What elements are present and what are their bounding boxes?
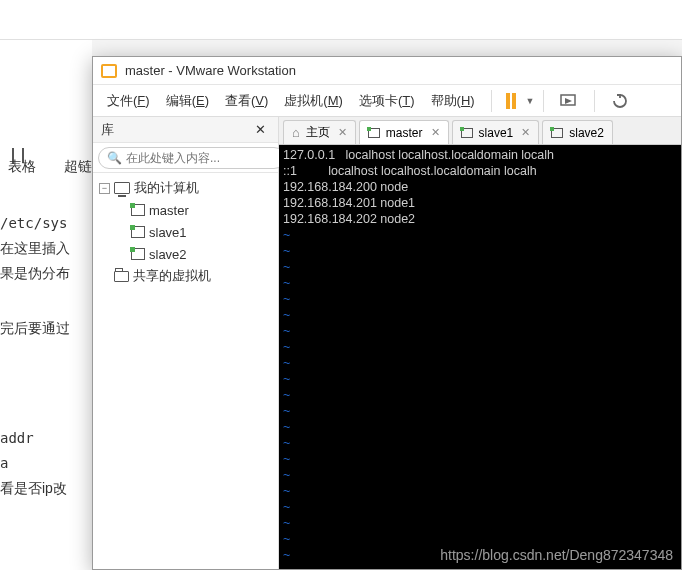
terminal-line: 127.0.0.1 localhost localhost.localdomai… (283, 148, 554, 162)
tree-node-slave1[interactable]: slave1 (93, 221, 278, 243)
vm-icon (551, 128, 563, 138)
menubar: 文件(F) 编辑(E) 查看(V) 虚拟机(M) 选项卡(T) 帮助(H) ▼ (93, 85, 681, 117)
menu-view[interactable]: 查看(V) (217, 88, 276, 114)
terminal-line: 192.168.184.202 node2 (283, 212, 415, 226)
close-icon[interactable]: ✕ (521, 126, 530, 139)
tilde-line: ~ (283, 404, 290, 418)
bg-text-line: 果是伪分布 (0, 265, 70, 283)
tree-label: 共享的虚拟机 (133, 267, 211, 285)
menu-vm[interactable]: 虚拟机(M) (276, 88, 351, 114)
titlebar[interactable]: master - VMware Workstation (93, 57, 681, 85)
sidebar-header: 库 ✕ (93, 117, 278, 143)
tilde-line: ~ (283, 548, 290, 562)
tab-bar: ⌂ 主页 ✕ master ✕ slave1 ✕ slave2 (279, 117, 681, 145)
vm-icon (461, 128, 473, 138)
separator (543, 90, 544, 112)
bg-label-cross: 超链 (64, 158, 92, 176)
bg-text-line: 在这里插入 (0, 240, 70, 258)
window-title: master - VMware Workstation (125, 63, 296, 78)
terminal-line: ::1 localhost localhost.localdomain loca… (283, 164, 537, 178)
monitor-icon (114, 182, 130, 194)
vm-icon (368, 128, 380, 138)
send-icon[interactable] (560, 93, 578, 109)
tab-home[interactable]: ⌂ 主页 ✕ (283, 120, 356, 144)
terminal[interactable]: 127.0.0.1 localhost localhost.localdomai… (279, 145, 681, 569)
search-input[interactable] (126, 151, 276, 165)
separator (491, 90, 492, 112)
menu-help[interactable]: 帮助(H) (423, 88, 483, 114)
tilde-line: ~ (283, 228, 290, 242)
vm-icon (131, 226, 145, 238)
menu-edit[interactable]: 编辑(E) (158, 88, 217, 114)
tilde-line: ~ (283, 516, 290, 530)
tab-label: 主页 (306, 124, 330, 141)
tilde-line: ~ (283, 372, 290, 386)
tree-label: master (149, 203, 189, 218)
close-icon[interactable]: ✕ (338, 126, 347, 139)
close-icon[interactable]: ✕ (431, 126, 440, 139)
terminal-line: 192.168.184.201 node1 (283, 196, 415, 210)
tab-label: master (386, 126, 423, 140)
menu-tabs[interactable]: 选项卡(T) (351, 88, 423, 114)
pause-button[interactable] (500, 89, 522, 113)
content-area: ⌂ 主页 ✕ master ✕ slave1 ✕ slave2 (279, 117, 681, 569)
close-icon[interactable]: ✕ (251, 122, 270, 137)
separator (594, 90, 595, 112)
bg-label-tables: 表格 (8, 158, 36, 176)
tilde-line: ~ (283, 356, 290, 370)
tilde-line: ~ (283, 420, 290, 434)
bg-text-line: 完后要通过 (0, 320, 70, 338)
tilde-line: ~ (283, 452, 290, 466)
tree-label: 我的计算机 (134, 179, 199, 197)
tab-label: slave2 (569, 126, 604, 140)
bg-text-line: addr (0, 430, 34, 446)
watermark: https://blog.csdn.net/Deng872347348 (440, 547, 673, 563)
tilde-line: ~ (283, 324, 290, 338)
refresh-icon[interactable] (611, 93, 629, 109)
search-row: 🔍 ▾ (93, 143, 278, 173)
tilde-line: ~ (283, 532, 290, 546)
sidebar: 库 ✕ 🔍 ▾ − 我的计算机 master (93, 117, 279, 569)
tree-node-shared[interactable]: − 共享的虚拟机 (93, 265, 278, 287)
tab-master[interactable]: master ✕ (359, 120, 449, 144)
tree-label: slave1 (149, 225, 187, 240)
tilde-line: ~ (283, 340, 290, 354)
vm-icon (131, 248, 145, 260)
folder-icon (114, 271, 129, 282)
tree-node-mycomputer[interactable]: − 我的计算机 (93, 177, 278, 199)
tree-node-master[interactable]: master (93, 199, 278, 221)
tree-label: slave2 (149, 247, 187, 262)
chevron-down-icon[interactable]: ▼ (526, 96, 535, 106)
search-box[interactable]: 🔍 (98, 147, 285, 169)
library-tree: − 我的计算机 master slave1 slave2 − (93, 173, 278, 569)
tilde-line: ~ (283, 500, 290, 514)
terminal-line: 192.168.184.200 node (283, 180, 408, 194)
tilde-line: ~ (283, 292, 290, 306)
sidebar-title: 库 (101, 121, 251, 139)
vm-icon (131, 204, 145, 216)
vmware-window: master - VMware Workstation 文件(F) 编辑(E) … (92, 56, 682, 570)
bg-text-line: /etc/sys (0, 215, 67, 231)
background-top-bar (0, 0, 682, 40)
tilde-line: ~ (283, 308, 290, 322)
tilde-line: ~ (283, 468, 290, 482)
search-icon: 🔍 (107, 151, 122, 165)
tree-node-slave2[interactable]: slave2 (93, 243, 278, 265)
home-icon: ⌂ (292, 125, 300, 140)
tilde-line: ~ (283, 484, 290, 498)
tab-slave1[interactable]: slave1 ✕ (452, 120, 540, 144)
tilde-line: ~ (283, 436, 290, 450)
tilde-line: ~ (283, 260, 290, 274)
bg-text-line: a (0, 455, 8, 471)
main-area: 库 ✕ 🔍 ▾ − 我的计算机 master (93, 117, 681, 569)
tilde-line: ~ (283, 276, 290, 290)
menu-file[interactable]: 文件(F) (99, 88, 158, 114)
tilde-line: ~ (283, 388, 290, 402)
bg-text-line: 看是否ip改 (0, 480, 67, 498)
tab-label: slave1 (479, 126, 514, 140)
tab-slave2[interactable]: slave2 (542, 120, 613, 144)
app-icon (101, 64, 117, 78)
collapse-icon[interactable]: − (99, 183, 110, 194)
tilde-line: ~ (283, 244, 290, 258)
